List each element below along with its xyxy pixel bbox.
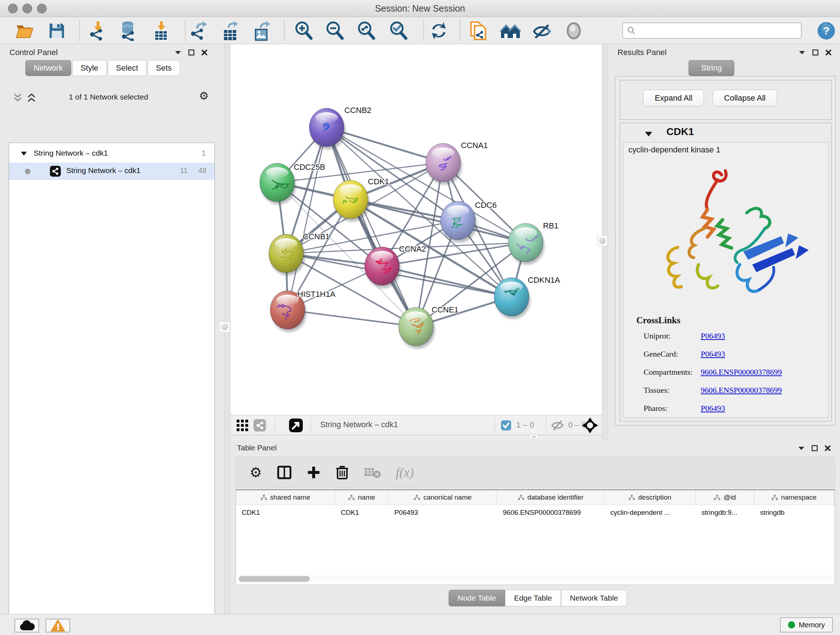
memory-button[interactable]: Memory — [780, 617, 833, 632]
share-document-icon[interactable] — [467, 20, 489, 42]
network-node-CCNB1[interactable]: CCNB1 — [269, 232, 330, 276]
crosslink-link[interactable]: P06493 — [701, 331, 725, 340]
network-node-CCNE1[interactable]: CCNE1 — [399, 305, 459, 348]
expand-all-button[interactable]: Expand All — [643, 90, 704, 106]
hidden-eye-icon[interactable] — [551, 420, 564, 431]
protein-structure-image — [632, 161, 820, 306]
delete-column-icon[interactable] — [336, 465, 349, 480]
tab-select[interactable]: Select — [108, 60, 147, 76]
network-node-CDC6[interactable]: CDC6 — [441, 201, 497, 242]
crosslink-link[interactable]: 9606.ENSP00000378699 — [701, 367, 782, 377]
network-collection-row[interactable]: String Network – cdk1 1 — [9, 145, 215, 163]
tab-network-table[interactable]: Network Table — [561, 590, 627, 606]
hide-selection-eye-icon[interactable] — [531, 20, 553, 42]
network-node-CCNA2[interactable]: CCNA2 — [365, 244, 426, 288]
warning-icon — [51, 619, 65, 632]
panel-menu-icon[interactable] — [798, 50, 806, 55]
crosslinks-heading: CrossLinks — [636, 315, 681, 325]
close-panel-icon[interactable] — [824, 445, 831, 451]
network-canvas[interactable]: CCNB2 CCNA1 CDC25B CDK1 CDC6 — [231, 44, 602, 415]
svg-text:CDK1: CDK1 — [368, 177, 389, 186]
zoom-in-icon[interactable] — [293, 20, 315, 42]
table-horizontal-scrollbar[interactable] — [237, 575, 832, 583]
panel-menu-icon[interactable] — [174, 50, 182, 55]
collapse-all-button[interactable]: Collapse All — [713, 90, 777, 106]
tab-edge-table[interactable]: Edge Table — [505, 590, 561, 606]
function-builder-icon-disabled[interactable]: f(x) — [396, 465, 414, 480]
column-header-database-identifier[interactable]: database identifier — [497, 490, 605, 505]
crosslink-link[interactable]: 9606.ENSP00000378699 — [701, 386, 782, 395]
cell-name[interactable]: CDK1 — [335, 505, 388, 520]
selected-checkbox-icon[interactable] — [501, 420, 511, 431]
cell-@id[interactable]: stringdb:9... — [696, 505, 754, 520]
refresh-icon[interactable] — [428, 20, 450, 42]
network-node-RB1[interactable]: RB1 — [508, 221, 559, 264]
fit-selected-crosshair-icon[interactable] — [582, 417, 598, 433]
toolbar-search-input[interactable] — [622, 22, 802, 39]
import-network-file-icon[interactable] — [87, 20, 109, 42]
right-split-handle[interactable] — [597, 235, 608, 246]
table-row[interactable]: CDK1CDK1P064939606.ENSP00000378699cyclin… — [236, 505, 835, 520]
show-columns-icon[interactable] — [277, 465, 292, 480]
column-header-namespace[interactable]: namespace — [754, 490, 834, 505]
crosslink-link[interactable]: P06493 — [701, 349, 725, 359]
left-split-handle[interactable] — [219, 321, 230, 333]
column-header-@id[interactable]: @id — [696, 490, 754, 505]
float-window-icon[interactable] — [188, 49, 195, 56]
close-panel-icon[interactable] — [825, 49, 832, 56]
horizontal-split-handle[interactable] — [529, 434, 538, 440]
import-network-database-icon[interactable] — [118, 20, 139, 42]
tree-expander-icon[interactable] — [21, 151, 27, 156]
grid-view-icon[interactable] — [236, 419, 248, 432]
network-node-CDKN1A[interactable]: CDKN1A — [494, 276, 561, 319]
open-session-icon[interactable] — [14, 20, 35, 42]
network-node-CCNA1[interactable]: CCNA1 — [426, 141, 488, 185]
panel-menu-icon[interactable] — [798, 446, 805, 451]
expand-all-icon[interactable] — [27, 93, 36, 103]
tab-network[interactable]: Network — [25, 60, 71, 76]
export-image-icon[interactable] — [251, 20, 273, 42]
export-table-icon[interactable] — [219, 20, 241, 42]
column-header-shared-name[interactable]: shared name — [236, 490, 335, 505]
cloud-status-button[interactable] — [14, 619, 39, 632]
float-window-icon[interactable] — [812, 445, 818, 451]
network-node-HIST1H1A[interactable]: HIST1H1A — [270, 290, 335, 332]
column-header-name[interactable]: name — [335, 490, 388, 505]
home-icon[interactable] — [500, 20, 521, 42]
cell-description[interactable]: cyclin-dependent ... — [605, 505, 696, 520]
crosslink-link[interactable]: P06493 — [701, 404, 725, 413]
node-table[interactable]: shared namenamecanonical namedatabase id… — [235, 489, 835, 585]
help-icon[interactable]: ? — [815, 20, 837, 42]
float-window-icon[interactable] — [812, 49, 819, 56]
gene-expander-icon[interactable] — [645, 131, 653, 137]
collapse-all-icon[interactable] — [13, 93, 22, 103]
close-panel-icon[interactable] — [201, 49, 208, 56]
zoom-out-icon[interactable] — [324, 20, 346, 42]
network-row-selected[interactable]: String Network – cdk1 11 48 — [9, 163, 215, 180]
network-share-view-icon[interactable] — [254, 419, 266, 432]
import-table-icon[interactable] — [150, 20, 172, 42]
tab-string[interactable]: String — [688, 60, 734, 76]
export-network-icon[interactable] — [188, 20, 210, 42]
table-options-gear-icon[interactable]: ⚙ — [249, 466, 262, 479]
column-header-canonical-name[interactable]: canonical name — [388, 490, 497, 505]
add-column-icon[interactable] — [307, 466, 321, 479]
birdseye-view-icon[interactable] — [289, 418, 303, 432]
column-header-description[interactable]: description — [605, 490, 696, 505]
save-session-icon[interactable] — [46, 20, 68, 42]
cell-namespace[interactable]: stringdb — [754, 505, 834, 520]
network-options-gear-icon[interactable]: ⚙ — [199, 90, 209, 101]
cell-canonical-name[interactable]: P06493 — [388, 505, 497, 520]
tab-node-table[interactable]: Node Table — [448, 590, 505, 606]
scrollbar-thumb[interactable] — [239, 576, 309, 582]
network-node-CCNB2[interactable]: CCNB2 — [309, 106, 371, 149]
cell-shared-name[interactable]: CDK1 — [236, 505, 335, 520]
show-hidden-eye-icon[interactable] — [563, 20, 584, 42]
zoom-selected-icon[interactable] — [388, 20, 409, 42]
warnings-button[interactable] — [46, 619, 70, 632]
tab-style[interactable]: Style — [73, 60, 107, 76]
delete-table-icon-disabled[interactable] — [364, 466, 381, 478]
cell-database-identifier[interactable]: 9606.ENSP00000378699 — [497, 505, 605, 520]
tab-sets[interactable]: Sets — [148, 60, 180, 76]
zoom-fit-icon[interactable] — [355, 20, 377, 42]
